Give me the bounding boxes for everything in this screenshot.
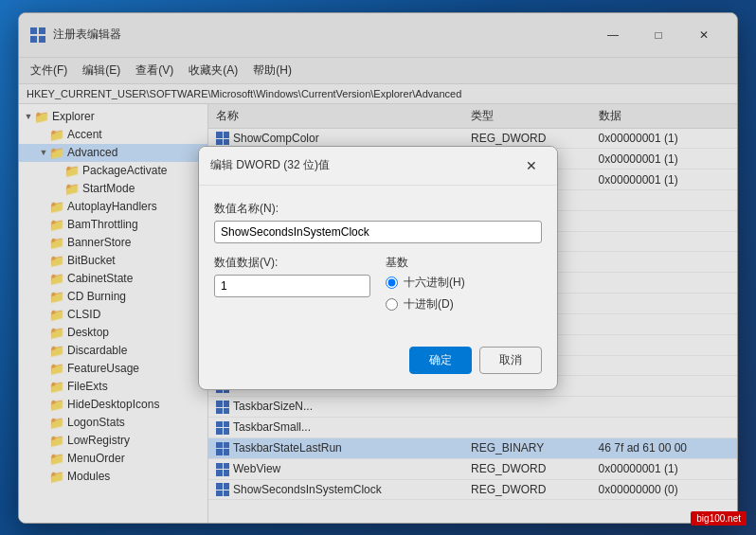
name-input[interactable]: [214, 221, 542, 243]
ok-button[interactable]: 确定: [409, 347, 472, 374]
modal-close-button[interactable]: ✕: [517, 154, 546, 177]
dec-radio[interactable]: [386, 298, 398, 311]
modal-title-bar: 编辑 DWORD (32 位)值 ✕: [199, 147, 557, 186]
modal-body: 数值名称(N): 数值数据(V): 基数 十六进制(H): [199, 186, 557, 339]
modal-title: 编辑 DWORD (32 位)值: [210, 157, 517, 173]
modal-overlay: 编辑 DWORD (32 位)值 ✕ 数值名称(N): 数值数据(V): 基数: [19, 13, 737, 523]
base-label: 基数: [386, 255, 542, 271]
data-col: 数值数据(V):: [214, 255, 370, 312]
watermark: big100.net: [691, 511, 747, 526]
data-label: 数值数据(V):: [214, 255, 370, 271]
name-label: 数值名称(N):: [214, 201, 542, 217]
cancel-button[interactable]: 取消: [479, 347, 542, 374]
name-field-group: 数值名称(N):: [214, 201, 542, 243]
hex-radio-label[interactable]: 十六进制(H): [386, 275, 542, 291]
base-col: 基数 十六进制(H) 十进制(D): [386, 255, 542, 312]
hex-label: 十六进制(H): [404, 275, 465, 291]
hex-radio[interactable]: [386, 276, 398, 289]
data-input[interactable]: [214, 275, 370, 297]
dec-label: 十进制(D): [404, 296, 454, 312]
main-window: 注册表编辑器 — □ ✕ 文件(F) 编辑(E) 查看(V) 收藏夹(A) 帮助…: [18, 12, 738, 524]
data-row: 数值数据(V): 基数 十六进制(H) 十进制(D): [214, 255, 542, 312]
dec-radio-label[interactable]: 十进制(D): [386, 296, 542, 312]
radio-group: 十六进制(H) 十进制(D): [386, 275, 542, 312]
modal-footer: 确定 取消: [199, 339, 557, 389]
edit-dword-dialog: 编辑 DWORD (32 位)值 ✕ 数值名称(N): 数值数据(V): 基数: [198, 146, 558, 390]
